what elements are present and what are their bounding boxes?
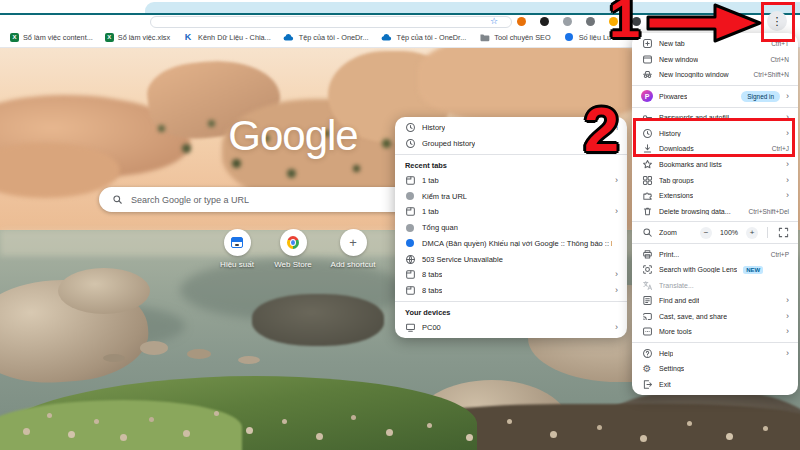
- menu-item-label: Extensions: [659, 192, 693, 199]
- menu-item-label: Find and edit: [659, 297, 699, 304]
- history-icon: [404, 122, 416, 134]
- browser-window: Google Search Google or type a URL Hiệu …: [0, 0, 800, 450]
- menu-item-pixwares[interactable]: PPixwaresSigned in›: [632, 89, 798, 105]
- favicon-gray-icon: [404, 222, 416, 234]
- menu-item-label: New Incognito window: [659, 71, 729, 78]
- bookmark-item-k-nh-d-li-u-chia[interactable]: KKênh Dữ Liệu - Chia...: [182, 31, 271, 43]
- menu-item-label: Help: [659, 350, 673, 357]
- shortcut-label: Add shortcut: [331, 260, 376, 269]
- bookmark-label: Tệp của tôi - OneDr...: [299, 33, 369, 42]
- menu-item-search-with-google-lens[interactable]: Search with Google LensNEW: [632, 262, 798, 278]
- history-icon: [404, 138, 416, 150]
- menu-item-503-service-unavailable[interactable]: 503 Service Unavailable: [395, 251, 627, 267]
- step-1-label: 1: [609, 0, 640, 46]
- menu-item-label: Tổng quan: [422, 223, 458, 232]
- bookmark-label: Tệp của tôi - OneDr...: [396, 33, 466, 42]
- help-icon: [641, 347, 653, 359]
- delete-icon: [641, 205, 653, 217]
- fullscreen-icon[interactable]: [777, 227, 789, 239]
- star-icon: [641, 158, 653, 170]
- menu-item-help[interactable]: Help›: [632, 346, 798, 362]
- shortcut-label: Ctrl+N: [770, 56, 789, 63]
- extension-camera-icon[interactable]: [586, 17, 595, 26]
- profile-icon: P: [641, 90, 653, 102]
- browser-main-menu: New tabCtrl+TNew windowCtrl+NNew Incogni…: [632, 33, 798, 395]
- performance-icon: [231, 237, 243, 249]
- excel-icon: X: [105, 33, 114, 42]
- menu-item-label: 1 tab: [422, 176, 439, 185]
- address-bar[interactable]: [150, 16, 512, 28]
- menu-item-label: New window: [659, 56, 698, 63]
- extension-black-icon[interactable]: [540, 17, 549, 26]
- menu-item-t-ng-quan[interactable]: Tổng quan: [395, 220, 627, 236]
- shortcut-hi-u-su-t[interactable]: [224, 229, 251, 256]
- extension-gray-icon[interactable]: [563, 17, 572, 26]
- search-icon: [111, 194, 123, 206]
- step-2-label: 2: [584, 98, 619, 161]
- cast-icon: [641, 310, 653, 322]
- excel-icon: X: [10, 33, 19, 42]
- signed-in-badge: Signed in: [741, 91, 780, 102]
- menu-item-8-tabs[interactable]: 8 tabs›: [395, 267, 627, 283]
- menu-item-extensions[interactable]: Extensions›: [632, 188, 798, 204]
- menu-item-label: 503 Service Unavailable: [422, 255, 503, 264]
- menu-item-label: Print...: [659, 251, 679, 258]
- google-logo: Google: [228, 112, 357, 160]
- bookmark-item-s-l-m-vi-c-xlsx[interactable]: XSổ làm việc.xlsx: [105, 33, 170, 42]
- shortcut-add-shortcut[interactable]: +: [340, 229, 367, 256]
- menu-item-more-tools[interactable]: More tools›: [632, 324, 798, 340]
- lens-icon: [641, 264, 653, 276]
- shortcut-label: Ctrl+Shift+N: [754, 71, 789, 78]
- menu-item-new-window[interactable]: New windowCtrl+N: [632, 52, 798, 68]
- menu-item-label: Settings: [659, 365, 684, 372]
- bookmark-item-tool-chuy-n-seo[interactable]: Tool chuyên SEO: [478, 31, 550, 43]
- chevron-right-icon: ›: [615, 176, 618, 185]
- menu-item-tab-groups[interactable]: Tab groups›: [632, 172, 798, 188]
- menu-item-label: Delete browsing data...: [659, 208, 731, 215]
- shortcut-label: Ctrl+Shift+Del: [749, 208, 789, 215]
- find-icon: [641, 295, 653, 307]
- shortcut-label: Web Store: [274, 260, 312, 269]
- menu-item-bookmarks-and-lists[interactable]: Bookmarks and lists›: [632, 157, 798, 173]
- zoom-out-button[interactable]: −: [700, 227, 712, 239]
- search-placeholder: Search Google or type a URL: [131, 195, 249, 205]
- zoom-in-button[interactable]: +: [746, 227, 758, 239]
- menu-item-label: Cast, save, and share: [659, 313, 727, 320]
- zoom-label: Zoom: [659, 229, 677, 236]
- menu-item-ki-m-tra-url[interactable]: Kiểm tra URL: [395, 188, 627, 204]
- menu-item-exit[interactable]: Exit: [632, 377, 798, 393]
- menu-item-find-and-edit[interactable]: Find and edit›: [632, 293, 798, 309]
- menu-item-label: Pixwares: [659, 93, 687, 100]
- favicon-gray-icon: [404, 190, 416, 202]
- menu-item-1-tab[interactable]: 1 tab›: [395, 172, 627, 188]
- menu-item-pc00[interactable]: PC00›: [395, 319, 627, 335]
- menu-item-new-incognito-window[interactable]: New Incognito windowCtrl+Shift+N: [632, 67, 798, 83]
- menu-item-delete-browsing-data[interactable]: Delete browsing data...Ctrl+Shift+Del: [632, 203, 798, 219]
- translate-icon: [641, 279, 653, 291]
- menu-item-dmca-b-n-quy-n-khi-u-n-i-v-i-google-th-ng-b-o-lumen[interactable]: DMCA (Bản quyền) Khiếu nại với Google ::…: [395, 235, 627, 251]
- chevron-right-icon: ›: [786, 92, 789, 101]
- menu-item-translate[interactable]: Translate...: [632, 277, 798, 293]
- bookmark-star-icon[interactable]: ☆: [490, 15, 498, 27]
- menu-separator: [632, 107, 798, 108]
- extension-orange-icon[interactable]: [517, 17, 526, 26]
- menu-item-print[interactable]: Print...Ctrl+P: [632, 246, 798, 262]
- bookmark-item-t-p-c-a-t-i-onedr[interactable]: Tệp của tôi - OneDr...: [380, 31, 466, 43]
- chevron-right-icon: ›: [615, 270, 618, 279]
- chevron-right-icon: ›: [786, 160, 789, 169]
- menu-item-8-tabs[interactable]: 8 tabs›: [395, 283, 627, 299]
- menu-item-1-tab[interactable]: 1 tab›: [395, 204, 627, 220]
- chevron-right-icon: ›: [786, 312, 789, 321]
- chevron-right-icon: ›: [786, 191, 789, 200]
- drive-blue-icon: [563, 31, 575, 43]
- menu-item-label: Kiểm tra URL: [422, 192, 467, 201]
- cloud-icon: [283, 31, 295, 43]
- menu-item-cast-save-and-share[interactable]: Cast, save, and share›: [632, 309, 798, 325]
- bookmark-item-s-l-m-vi-c-content[interactable]: XSổ làm việc content...: [10, 33, 93, 42]
- menu-item-settings[interactable]: ⚙Settings: [632, 361, 798, 377]
- tab-groups-icon: [641, 174, 653, 186]
- menu-item-label: Tab groups: [659, 177, 694, 184]
- menu-separator: [632, 342, 798, 343]
- shortcut-web-store[interactable]: [280, 229, 307, 256]
- bookmark-item-t-p-c-a-t-i-onedr[interactable]: Tệp của tôi - OneDr...: [283, 31, 369, 43]
